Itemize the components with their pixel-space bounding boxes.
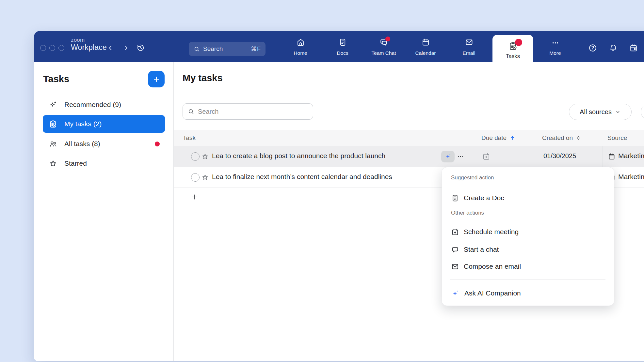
- today-calendar-button[interactable]: [629, 43, 638, 53]
- nav-email[interactable]: Email: [453, 36, 485, 59]
- top-bar: zoom Workplace Search ⌘F Home Docs: [34, 31, 644, 62]
- menu-section-other: Other actions: [451, 210, 484, 216]
- row-more-actions-button[interactable]: [457, 153, 464, 160]
- sort-both-icon: [575, 135, 581, 141]
- complete-task-checkbox[interactable]: [191, 152, 200, 161]
- star-icon[interactable]: [201, 153, 209, 160]
- bell-icon: [609, 43, 618, 53]
- window-controls[interactable]: [40, 45, 64, 51]
- window-zoom-button[interactable]: [58, 45, 64, 51]
- back-button[interactable]: [106, 44, 114, 52]
- created-on-value: 01/30/2025: [543, 152, 576, 160]
- column-created-on[interactable]: Created on: [542, 130, 581, 146]
- sources-filter-dropdown[interactable]: All sources: [569, 104, 632, 120]
- star-icon: [49, 159, 57, 168]
- docs-icon: [338, 38, 347, 47]
- search-shortcut: ⌘F: [251, 45, 261, 53]
- sidebar-item-label: Starred: [64, 159, 87, 167]
- clipboard-check-icon: [49, 120, 57, 128]
- tasks-search-input[interactable]: [198, 108, 308, 115]
- tasks-search[interactable]: [183, 103, 313, 120]
- chevron-left-icon: [106, 44, 114, 52]
- history-button[interactable]: [136, 43, 145, 52]
- chat-bubble-icon: [451, 246, 459, 254]
- search-icon: [193, 46, 200, 53]
- window-close-button[interactable]: [40, 45, 46, 51]
- sort-ascending-icon: [509, 135, 516, 141]
- sources-filter-value: All sources: [580, 108, 612, 116]
- task-title[interactable]: Lea to create a blog post to announce th…: [212, 152, 385, 160]
- tasks-badge: [515, 39, 522, 46]
- secondary-filter-dropdown[interactable]: [641, 104, 644, 120]
- sidebar-title: Tasks: [43, 74, 69, 84]
- table-header: Task Due date Created on Source: [174, 130, 644, 146]
- menu-item-start-chat[interactable]: Start a chat: [442, 241, 614, 258]
- sidebar-item-my-tasks[interactable]: My tasks (2): [43, 115, 165, 133]
- menu-item-ask-ai-companion[interactable]: Ask AI Companion: [442, 285, 614, 302]
- task-row-1[interactable]: Lea to create a blog post to announce th…: [174, 146, 644, 167]
- brand-logo: zoom Workplace: [71, 37, 107, 51]
- plus-icon: [152, 75, 161, 83]
- nav-calendar[interactable]: Calendar: [409, 36, 442, 59]
- my-tasks-panel: My tasks All sources Task Due date Creat…: [174, 62, 644, 361]
- source-value: Marketing: [618, 152, 644, 160]
- task-title[interactable]: Lea to finalize next month’s content cal…: [212, 173, 392, 181]
- menu-item-create-doc[interactable]: Create a Doc: [442, 189, 614, 206]
- column-task[interactable]: Task: [183, 130, 196, 146]
- source-calendar-icon: [608, 153, 616, 160]
- ellipsis-icon: [457, 153, 464, 160]
- sidebar-item-label: All tasks (8): [64, 140, 100, 148]
- nav-docs[interactable]: Docs: [326, 36, 359, 59]
- ai-sparkle-icon: [451, 289, 460, 298]
- source-value: Marketing: [618, 173, 644, 181]
- calendar-today-icon: [629, 43, 638, 53]
- column-due-date[interactable]: Due date: [481, 130, 516, 146]
- global-search-placeholder: Search: [203, 45, 248, 53]
- window-minimize-button[interactable]: [49, 45, 55, 51]
- calendar-plus-icon: [451, 228, 459, 236]
- ai-companion-actions-button[interactable]: [441, 151, 455, 162]
- notifications-button[interactable]: [609, 43, 618, 53]
- nav-team-chat[interactable]: Team Chat: [367, 36, 400, 59]
- email-icon: [451, 263, 459, 271]
- page-title: My tasks: [183, 73, 223, 83]
- sidebar-item-label: My tasks (2): [64, 120, 102, 128]
- menu-item-compose-email[interactable]: Compose an email: [442, 258, 614, 275]
- calendar-icon: [421, 38, 430, 47]
- column-source[interactable]: Source: [607, 130, 627, 146]
- people-icon: [49, 140, 57, 148]
- more-icon: [551, 38, 560, 47]
- nav-tasks-active-tab[interactable]: Tasks: [492, 35, 533, 62]
- sidebar-item-label: Recommended (9): [64, 101, 121, 109]
- ai-actions-menu: Suggested action Create a Doc Other acti…: [442, 167, 614, 306]
- tasks-sidebar: Tasks Recommended (9) My tasks (2) All t…: [34, 62, 174, 361]
- nav-more[interactable]: More: [539, 36, 572, 59]
- add-task-row[interactable]: [174, 188, 473, 207]
- menu-section-suggested: Suggested action: [451, 174, 494, 181]
- help-button[interactable]: [588, 43, 597, 53]
- menu-divider: [450, 279, 605, 280]
- sidebar-item-starred[interactable]: Starred: [43, 155, 165, 172]
- menu-item-schedule-meeting[interactable]: Schedule meeting: [442, 223, 614, 240]
- star-icon[interactable]: [201, 173, 209, 181]
- main-row: Tasks Recommended (9) My tasks (2) All t…: [34, 62, 644, 361]
- complete-task-checkbox[interactable]: [191, 173, 200, 182]
- nav-home[interactable]: Home: [284, 36, 317, 59]
- sidebar-item-all-tasks[interactable]: All tasks (8): [43, 135, 165, 153]
- calendar-plus-icon: [482, 152, 491, 161]
- add-task-button[interactable]: [148, 71, 165, 87]
- team-chat-badge: [385, 37, 390, 41]
- sidebar-item-recommended[interactable]: Recommended (9): [43, 96, 165, 113]
- forward-button[interactable]: [122, 44, 130, 52]
- app-window: zoom Workplace Search ⌘F Home Docs: [34, 31, 644, 361]
- plus-icon: [191, 193, 199, 201]
- email-icon: [465, 38, 474, 47]
- search-icon: [187, 108, 195, 115]
- add-due-date-button[interactable]: [482, 152, 491, 161]
- doc-icon: [451, 194, 459, 202]
- history-icon: [136, 43, 145, 52]
- screen: { "topbar": { "brand_small": "zoom", "br…: [0, 0, 644, 362]
- brand-workplace: Workplace: [71, 44, 107, 51]
- home-icon: [296, 38, 305, 47]
- global-search[interactable]: Search ⌘F: [189, 42, 266, 56]
